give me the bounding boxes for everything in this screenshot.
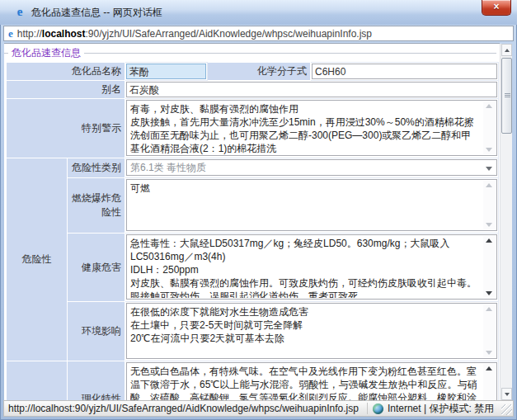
- page-content: 危化品速查信息 危化品名称 苯酚 化学分子式 C6H60 别名 石炭酸 特别警示…: [4, 43, 500, 400]
- health-hazard-textbox[interactable]: 急性毒性：大鼠经LD50317mg／kg；兔经皮LD50。630mg/kg；大鼠…: [126, 234, 497, 300]
- table-row: 别名 石炭酸: [7, 81, 499, 99]
- environment-label: 环境影响: [68, 302, 125, 361]
- table-row: 理化特性 无色或白色晶体，有特殊气味。在空气中及光线作用下变为粉红色甚至红色。室…: [7, 361, 499, 401]
- textbox-scrollbar[interactable]: [483, 364, 496, 400]
- page-scrollbar[interactable]: [500, 44, 512, 400]
- fire-hazard-textbox[interactable]: 可燃: [126, 179, 497, 231]
- close-button[interactable]: ×: [482, 0, 511, 16]
- title-bar: e 危化品速查信息 -- 网页对话框 ×: [0, 0, 517, 25]
- scrollbar-grip: [505, 93, 510, 98]
- table-row: 健康危害 急性毒性：大鼠经LD50317mg／kg；兔经皮LD50。630mg/…: [7, 234, 499, 302]
- physchem-textbox[interactable]: 无色或白色晶体，有特殊气味。在空气中及光线作用下变为粉红色甚至红色。室温下微溶于…: [126, 362, 497, 400]
- name-label: 危化品名称: [7, 63, 125, 81]
- scroll-up-icon: [486, 307, 492, 311]
- status-separator: [367, 403, 368, 414]
- special-warning-label: 特别警示: [7, 99, 125, 158]
- table-row: 危化品名称 苯酚 化学分子式 C6H60: [7, 63, 499, 81]
- chevron-down-icon: [486, 167, 492, 171]
- close-icon: ×: [493, 1, 499, 12]
- scroll-down-icon: [486, 291, 492, 295]
- hazard-class-select[interactable]: 第6.1类 毒性物质: [126, 159, 497, 176]
- scroll-down-icon: [486, 223, 492, 227]
- resize-grip[interactable]: [501, 404, 512, 415]
- scroll-up-icon: [486, 366, 492, 370]
- alias-input[interactable]: 石炭酸: [126, 82, 497, 97]
- formula-label: 化学分子式: [208, 63, 311, 81]
- section-header: 危化品速查信息: [4, 46, 500, 59]
- scroll-up-icon: [486, 104, 492, 108]
- environment-textbox[interactable]: 在很低的浓度下就能对水生生物造成危害 在土壤中，只要2-5天时间就可完全降解 2…: [126, 303, 497, 359]
- name-input[interactable]: 苯酚: [126, 64, 206, 79]
- status-url: http://localhost:90/yjzh/UI/SafeArranged…: [4, 403, 359, 414]
- scrollbar-down-button[interactable]: [501, 388, 512, 400]
- internet-zone-icon: [373, 403, 383, 414]
- scroll-down-icon: [486, 148, 492, 152]
- table-row: 特别警示 有毒，对皮肤、黏膜有强烈的腐蚀作用 皮肤接触，首先用大量清水冲洗至少1…: [7, 99, 499, 158]
- scroll-up-icon: [486, 238, 492, 243]
- table-row: 危险性 危险性类别 第6.1类 毒性物质: [7, 158, 499, 178]
- status-bar: http://localhost:90/yjzh/UI/SafeArranged…: [3, 400, 514, 417]
- zone-text: Internet | 保护模式: 禁用: [388, 402, 494, 416]
- scroll-up-icon: [486, 183, 492, 187]
- textbox-scrollbar[interactable]: [483, 101, 496, 154]
- dialog-window: e 危化品速查信息 -- 网页对话框 × e http://localhost:…: [0, 0, 517, 420]
- ie-page-icon: e: [8, 27, 13, 40]
- table-row: 燃烧爆炸危险性 可燃: [7, 178, 499, 234]
- special-warning-textbox[interactable]: 有毒，对皮肤、黏膜有强烈的腐蚀作用 皮肤接触，首先用大量清水冲洗至少15min，…: [126, 100, 497, 156]
- scroll-down-icon: [486, 351, 492, 355]
- formula-input[interactable]: C6H60: [312, 64, 497, 79]
- window-title: 危化品速查信息 -- 网页对话框: [31, 6, 162, 20]
- address-field[interactable]: e http://localhost:90/yjzh/UI/SafeArrang…: [3, 26, 514, 41]
- fire-hazard-label: 燃烧爆炸危险性: [68, 178, 125, 234]
- alias-label: 别名: [7, 81, 125, 99]
- textbox-scrollbar[interactable]: [483, 304, 496, 357]
- scrollbar-up-button[interactable]: [501, 44, 512, 56]
- scroll-up-icon: [505, 49, 510, 52]
- address-bar: e http://localhost:90/yjzh/UI/SafeArrang…: [1, 25, 516, 43]
- textbox-scrollbar[interactable]: [483, 181, 496, 229]
- health-hazard-label: 健康危害: [68, 234, 125, 302]
- scroll-down-icon: [505, 393, 510, 396]
- physchem-label: 理化特性: [68, 361, 125, 401]
- table-row: 环境影响 在很低的浓度下就能对水生生物造成危害 在土壤中，只要2-5天时间就可完…: [7, 302, 499, 361]
- scrollbar-thumb[interactable]: [501, 58, 512, 134]
- section-title: 危化品速查信息: [8, 46, 84, 60]
- textbox-scrollbar[interactable]: [483, 236, 496, 298]
- hazard-class-label: 危险性类别: [68, 158, 125, 178]
- hazard-group-label: 危险性: [7, 158, 68, 361]
- ie-icon: e: [13, 5, 26, 18]
- address-url: http://localhost:90/yjzh/UI/SafeArranged…: [17, 28, 372, 40]
- group-spacer-cell: [7, 361, 68, 401]
- chemical-info-table: 危化品名称 苯酚 化学分子式 C6H60 别名 石炭酸 特别警示 有毒，对皮肤、…: [6, 62, 499, 400]
